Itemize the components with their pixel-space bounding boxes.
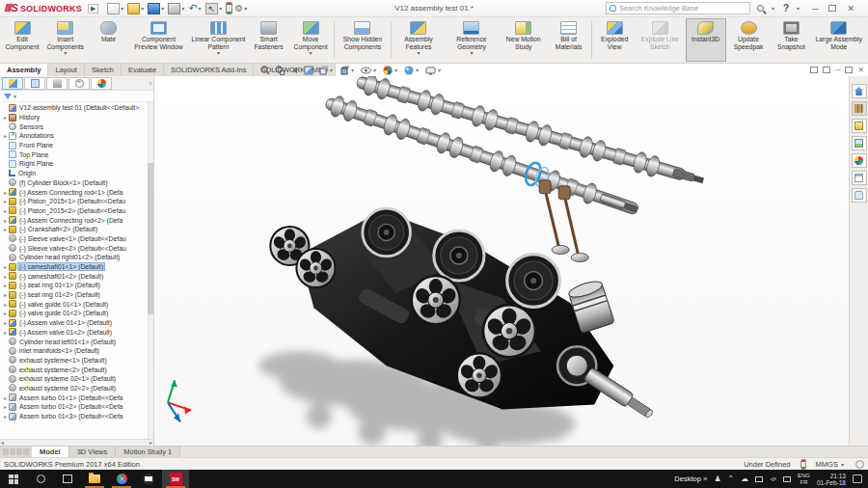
tree-item[interactable]: Assem turbo 01<1> (Default<<Defa <box>0 393 153 402</box>
scroll-right-icon[interactable]: ▸ <box>149 440 152 446</box>
units-selector[interactable]: MMGS ▾ <box>816 460 846 469</box>
ribbon-button[interactable]: Instant3D▾ <box>686 18 726 62</box>
tree-item[interactable]: Right Plane <box>0 159 153 169</box>
tab-file-explorer[interactable] <box>852 119 867 133</box>
people-icon[interactable]: ♟ <box>714 474 720 483</box>
display-style-icon[interactable]: ▾ <box>339 66 356 75</box>
tree-horizontal-scrollbar[interactable]: ◂ ▸ <box>0 439 153 446</box>
rebuild-button[interactable] <box>226 2 232 15</box>
tab-custom-properties[interactable] <box>852 171 867 185</box>
piston-disc[interactable] <box>483 305 535 357</box>
tree-item[interactable]: exhaust systeme<2> (Default) <box>0 365 153 374</box>
expand-arrow-icon[interactable] <box>2 310 9 316</box>
tree-item[interactable]: Origin <box>0 169 153 178</box>
print-button[interactable]: ▾ <box>168 2 186 15</box>
clock[interactable]: 21:1301-Feb-18 <box>817 473 846 486</box>
doc-minimize-button[interactable]: ─ <box>835 66 841 74</box>
tree-item[interactable]: (-) seat ring 01<2> (Default) <box>0 290 153 300</box>
expand-arrow-icon[interactable] <box>2 198 9 204</box>
ribbon-button[interactable]: Explode Line Sketch▾ <box>635 18 686 62</box>
expand-arrow-icon[interactable] <box>2 413 9 420</box>
expand-arrow-icon[interactable] <box>2 301 9 308</box>
tab-dimxpertmanager[interactable] <box>68 77 90 90</box>
expand-arrow-icon[interactable] <box>2 329 9 336</box>
solidworks-taskbar-button[interactable]: SW <box>162 470 189 488</box>
start-button[interactable] <box>0 470 27 488</box>
action-center-icon[interactable] <box>853 474 862 483</box>
tree-item[interactable]: (-) Sleeve valve<2> (Default<<Defau <box>0 243 153 253</box>
scroll-left-icon[interactable]: ◂ <box>1 440 4 446</box>
search-icon[interactable] <box>757 5 764 12</box>
minimize-button[interactable]: ─ <box>808 4 822 14</box>
tab-view-palette[interactable] <box>852 136 867 150</box>
tree-item[interactable]: (-) cameshaft01<1> (Default) <box>0 262 153 272</box>
search-input[interactable]: Search Knowledge Base <box>606 2 750 14</box>
tree-item[interactable]: (-) Sleeve valve<1> (Default<<Defau <box>0 234 153 244</box>
expand-arrow-icon[interactable] <box>2 226 9 232</box>
select-button[interactable]: ↖▾ <box>205 2 225 15</box>
options-button[interactable]: ⚙▾ <box>234 2 249 15</box>
previous-view-icon[interactable] <box>289 66 299 75</box>
dropdown-arrow-icon[interactable]: ▾ <box>470 50 473 56</box>
document-tab[interactable]: 3D Views <box>69 447 117 457</box>
tree-item[interactable]: (-) seat ring 01<1> (Default) <box>0 281 153 290</box>
close-button[interactable]: ✕ <box>843 4 858 14</box>
ribbon-button[interactable]: Update Speedpak▾ <box>726 18 772 62</box>
chrome-button[interactable] <box>108 470 135 488</box>
piston-disc[interactable] <box>412 276 460 324</box>
hide-show-items-icon[interactable]: ▾ <box>361 66 378 75</box>
tree-item[interactable]: exhaust systeme 02<2> (Default) <box>0 384 153 393</box>
tab-featuremanager-tree[interactable] <box>2 77 23 90</box>
tree-item[interactable]: Annotations <box>0 131 153 141</box>
ribbon-button[interactable]: Assembly Features▾ <box>393 18 444 62</box>
document-tab[interactable]: Model <box>32 447 69 457</box>
ribbon-button[interactable]: Mate▾ <box>88 18 128 62</box>
desktop-toolbar[interactable]: Desktop » <box>674 474 707 483</box>
tree-item[interactable]: (-) Assem valve 01<1> (Default) <box>0 318 153 328</box>
expand-arrow-icon[interactable] <box>2 273 9 280</box>
tab-configurationmanager[interactable] <box>46 77 68 90</box>
tree-item[interactable]: inlet manifolds<1> (Default) <box>0 346 153 356</box>
volume-icon[interactable]: ◃‹ <box>770 474 776 483</box>
cortana-button[interactable] <box>27 470 54 488</box>
tree-item[interactable]: Front Plane <box>0 141 153 150</box>
tab-solidworks-resources[interactable] <box>852 84 867 98</box>
pane-split-icon[interactable] <box>810 67 818 73</box>
tree-item[interactable]: Assem turbo 01<3> (Default<<Defa <box>0 412 153 421</box>
ribbon-button[interactable]: Edit Component▾ <box>2 18 42 62</box>
tree-item[interactable]: (-) cameshaft01<2> (Default) <box>0 271 153 281</box>
new-button[interactable]: ▾ <box>107 2 125 15</box>
ribbon-button[interactable]: Take Snapshot▾ <box>771 18 811 62</box>
tab-appearances[interactable] <box>852 153 867 168</box>
tree-vertical-scrollbar[interactable] <box>148 102 153 439</box>
edit-appearance-icon[interactable]: ▾ <box>383 66 399 75</box>
ribbon-button[interactable]: Component Preview Window▾ <box>128 18 188 62</box>
tree-item[interactable]: (-) Assem Connecting rod<1> (Defa <box>0 187 153 197</box>
piston-crown[interactable] <box>434 230 484 281</box>
ribbon-tab[interactable]: Layout <box>48 64 85 76</box>
tag-icon[interactable] <box>855 460 864 469</box>
open-button[interactable]: ▾ <box>127 2 146 15</box>
ribbon-button[interactable]: Insert Components▾ <box>42 18 88 62</box>
dropdown-arrow-icon[interactable]: ▾ <box>217 50 220 56</box>
tree-item[interactable]: (-) Assem Connecting rod<2> (Defa <box>0 215 153 225</box>
camshaft-sprocket[interactable] <box>296 249 335 287</box>
pane-icon[interactable] <box>823 67 830 73</box>
file-explorer-button[interactable] <box>81 470 108 488</box>
ribbon-button[interactable]: Show Hidden Components▾ <box>337 18 388 62</box>
ribbon-button[interactable]: Reference Geometry▾ <box>444 18 499 62</box>
doc-close-button[interactable]: ✕ <box>857 66 864 74</box>
tree-item[interactable]: Sensors <box>0 122 153 131</box>
zoom-to-area-icon[interactable] <box>275 66 285 75</box>
tab-forum[interactable] <box>852 188 867 203</box>
expand-arrow-icon[interactable] <box>2 132 9 139</box>
expand-arrow-icon[interactable] <box>2 217 9 224</box>
piston-crown[interactable] <box>507 255 560 308</box>
expand-arrow-icon[interactable] <box>2 394 9 401</box>
scrollbar-thumb[interactable] <box>148 163 153 314</box>
tree-item[interactable]: Cylinder head left01<1> (Default) <box>0 337 153 346</box>
task-view-button[interactable] <box>54 470 81 488</box>
expand-arrow-icon[interactable] <box>2 207 9 214</box>
expand-arrow-icon[interactable] <box>2 291 9 298</box>
ribbon-button[interactable]: Large Assembly Mode▾ <box>811 18 866 62</box>
